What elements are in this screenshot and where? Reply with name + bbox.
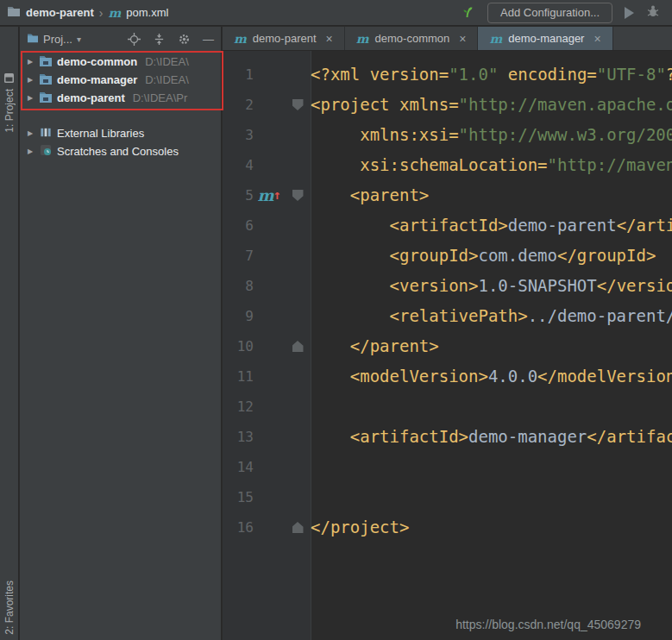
editor-area: mdemo-parent×mdemo-common×mdemo-manager×… (223, 27, 672, 640)
fold-marker-icon[interactable] (292, 99, 304, 110)
line-number: 14 (223, 452, 254, 482)
tree-item-label: demo-common (57, 55, 137, 68)
gutter-slot (254, 331, 285, 361)
gutter-slot (254, 452, 285, 482)
code-text: <relativePath>../demo-parent/pom.xml</re… (311, 301, 672, 331)
module-folder-icon (39, 72, 53, 87)
line-number: 9 (223, 301, 254, 331)
debug-bug-icon[interactable] (646, 4, 660, 22)
maven-icon: m (356, 33, 369, 45)
code-text: <parent> (311, 180, 672, 210)
hide-panel-icon[interactable]: — (203, 34, 214, 45)
code-line-5[interactable]: 5m↑ <parent> (223, 180, 672, 210)
code-line-12[interactable]: 12 (223, 392, 672, 422)
tree-item-scratches-and-consoles[interactable]: ▶Scratches and Consoles (20, 142, 221, 160)
fold-slot (285, 361, 311, 392)
gutter-slot (254, 512, 285, 543)
tree-item-demo-manager[interactable]: ▶demo-managerD:\IDEA\ (20, 71, 221, 89)
tab-label: demo-common (375, 32, 450, 45)
tree-item-path: D:\IDEA\ (145, 73, 189, 86)
locate-icon[interactable] (128, 33, 141, 46)
line-number: 7 (223, 241, 254, 271)
code-text: xsi:schemaLocation="http://maven.apache" (311, 150, 672, 180)
fold-slot (285, 150, 311, 180)
fold-slot (285, 60, 311, 90)
collapse-all-icon[interactable] (153, 33, 166, 46)
code-line-8[interactable]: 8 <version>1.0-SNAPSHOT</version> (223, 271, 672, 301)
gutter-slot (254, 392, 285, 422)
run-icon[interactable] (625, 7, 634, 19)
code-line-13[interactable]: 13 <artifactId>demo-manager</artifactId (223, 422, 672, 452)
breadcrumb-file[interactable]: pom.xml (126, 6, 168, 19)
tree-item-demo-parent[interactable]: ▶demo-parentD:\IDEA\Pr (20, 89, 221, 107)
code-line-11[interactable]: 11 <modelVersion>4.0.0</modelVersion> (223, 361, 672, 392)
fold-slot (285, 482, 311, 512)
fold-slot (285, 422, 311, 452)
chevron-right-icon[interactable]: ▶ (26, 94, 35, 102)
module-folder-icon (39, 91, 53, 105)
code-line-2[interactable]: 2<project xmlns="http://maven.apache.org… (223, 90, 672, 120)
code-line-16[interactable]: 16</project> (223, 512, 672, 543)
maven-letter: m (257, 188, 273, 204)
fold-slot (285, 331, 311, 361)
line-number: 12 (223, 392, 254, 422)
add-configuration-button[interactable]: Add Configuration... (487, 3, 612, 23)
line-number: 2 (223, 90, 254, 120)
stripe-button-favorites[interactable]: 2: Favorites (3, 580, 16, 635)
tool-window-icon[interactable] (3, 72, 15, 87)
project-panel: Proj... ▾ — ▶demo-commonD:\IDEA\▶demo-ma… (20, 27, 222, 640)
chevron-right-icon[interactable]: ▶ (26, 76, 35, 84)
fold-marker-icon[interactable] (292, 341, 304, 352)
tree-item-demo-common[interactable]: ▶demo-commonD:\IDEA\ (20, 53, 221, 71)
code-line-9[interactable]: 9 <relativePath>../demo-parent/pom.xml</… (223, 301, 672, 331)
fold-marker-icon[interactable] (292, 522, 304, 533)
tab-demo-parent[interactable]: mdemo-parent× (223, 27, 345, 50)
stripe-button-project[interactable]: 1: Project (3, 89, 16, 133)
gear-icon[interactable] (178, 33, 191, 46)
tab-demo-common[interactable]: mdemo-common× (345, 27, 479, 50)
run-toolbar: Add Configuration... (460, 3, 672, 23)
tree-item-external-libraries[interactable]: ▶External Libraries (20, 124, 221, 142)
code-line-1[interactable]: 1<?xml version="1.0" encoding="UTF-8"?> (223, 60, 672, 90)
chevron-right-icon[interactable]: ▶ (26, 58, 35, 66)
code-line-15[interactable]: 15 (223, 482, 672, 512)
sprout-icon[interactable] (460, 3, 475, 22)
tab-label: demo-parent (253, 32, 317, 45)
fold-slot (285, 301, 311, 331)
chevron-right-icon[interactable]: ▶ (26, 147, 35, 155)
project-tree: ▶demo-commonD:\IDEA\▶demo-managerD:\IDEA… (20, 51, 221, 160)
tree-item-label: External Libraries (57, 127, 144, 140)
gutter-slot (254, 482, 285, 512)
close-icon[interactable]: × (593, 32, 600, 46)
top-toolbar: demo-parent › m pom.xml Add Configuratio… (0, 0, 672, 26)
code-text: </project> (311, 512, 672, 543)
code-line-7[interactable]: 7 <groupId>com.demo</groupId> (223, 241, 672, 271)
code-editor[interactable]: 1<?xml version="1.0" encoding="UTF-8"?>2… (223, 51, 672, 640)
line-number: 10 (223, 331, 254, 361)
scratches-icon (39, 143, 53, 160)
fold-slot (285, 241, 311, 271)
line-number: 3 (223, 120, 254, 150)
gutter-slot: m↑ (254, 180, 285, 210)
code-text: <version>1.0-SNAPSHOT</version> (311, 271, 672, 301)
tab-demo-manager[interactable]: mdemo-manager× (478, 27, 612, 50)
project-view-selector[interactable]: Proj... ▾ (27, 33, 81, 46)
fold-marker-icon[interactable] (292, 190, 304, 201)
line-number: 13 (223, 422, 254, 452)
code-line-14[interactable]: 14 (223, 452, 672, 482)
line-number: 8 (223, 271, 254, 301)
code-line-10[interactable]: 10 </parent> (223, 331, 672, 361)
close-icon[interactable]: × (326, 32, 333, 46)
gutter-slot (254, 60, 285, 90)
code-text (311, 482, 672, 512)
maven-run-icon[interactable]: m↑ (257, 188, 280, 204)
breadcrumb-project[interactable]: demo-parent (26, 6, 94, 19)
code-text: <project xmlns="http://maven.apache.org/… (311, 90, 672, 120)
code-line-4[interactable]: 4 xsi:schemaLocation="http://maven.apach… (223, 150, 672, 180)
code-line-3[interactable]: 3 xmlns:xsi="http://www.w3.org/2001/XMLS… (223, 120, 672, 150)
project-view-icon (27, 33, 39, 46)
tree-item-path: D:\IDEA\Pr (133, 91, 188, 104)
chevron-right-icon[interactable]: ▶ (26, 129, 35, 137)
close-icon[interactable]: × (459, 32, 466, 46)
code-line-6[interactable]: 6 <artifactId>demo-parent</artifactId> (223, 210, 672, 241)
